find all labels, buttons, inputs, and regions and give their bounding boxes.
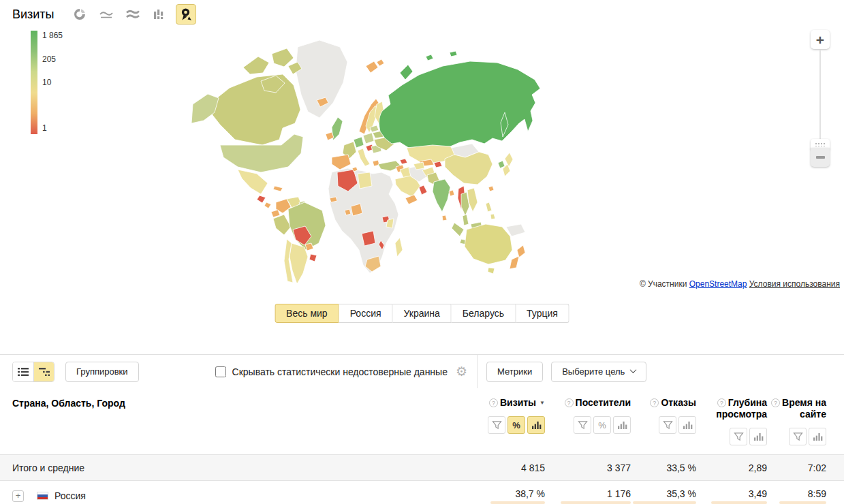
country-india[interactable] [433, 179, 450, 212]
country-philippines-2[interactable] [490, 214, 495, 219]
attribution-text: © Участники [640, 279, 689, 289]
column-header-visitors[interactable]: ?Посетители [545, 397, 631, 409]
country-australia[interactable] [465, 224, 512, 264]
openstreetmap-link[interactable]: OpenStreetMap [689, 279, 747, 289]
country-novaya-zemlya[interactable] [400, 65, 413, 80]
country-caucasus[interactable] [400, 159, 407, 164]
country-canada-isl-2[interactable] [272, 48, 294, 67]
column-header-time[interactable]: ?Время на сайте [767, 397, 826, 420]
hide-unreliable-checkbox[interactable] [215, 366, 226, 377]
zoom-out-button[interactable] [811, 148, 830, 167]
visitors-funnel-filter-button[interactable] [574, 416, 591, 434]
country-franz-josef[interactable] [426, 54, 433, 61]
visitors-percent-toggle-button[interactable]: % [593, 416, 611, 434]
help-icon[interactable]: ? [489, 398, 498, 407]
expand-row-button[interactable]: + [12, 490, 24, 502]
depth-funnel-filter-button[interactable] [730, 428, 747, 445]
help-icon[interactable]: ? [565, 398, 574, 407]
bounce-bars-toggle-button[interactable] [678, 416, 696, 434]
country-arctic-isl[interactable] [450, 51, 457, 57]
country-peru[interactable] [273, 215, 291, 235]
column-header-depth[interactable]: ?Глубина просмотра [696, 397, 767, 420]
help-icon[interactable]: ? [771, 398, 780, 407]
country-oman[interactable] [419, 185, 427, 195]
country-cuba[interactable] [273, 186, 283, 191]
stacked-area-chart-icon[interactable] [123, 4, 143, 25]
pie-chart-icon[interactable] [69, 4, 90, 25]
flat-list-view-button[interactable] [13, 362, 33, 381]
country-svalbard-2[interactable] [377, 59, 384, 66]
country-argentina[interactable] [290, 243, 308, 283]
russia-bounce-value: 35,3 % [666, 488, 696, 499]
country-alaska[interactable] [191, 94, 219, 123]
tab-whole-world[interactable]: Весь мир [275, 304, 339, 323]
country-taiwan[interactable] [488, 186, 494, 191]
chart-header: Визиты [12, 4, 202, 25]
page-title: Визиты [12, 7, 54, 22]
hide-unreliable-label[interactable]: Скрывать статистически недостоверные дан… [232, 366, 448, 377]
visits-funnel-filter-button[interactable] [488, 416, 505, 434]
world-map[interactable] [181, 31, 562, 283]
country-bangladesh[interactable] [449, 190, 454, 196]
country-poland[interactable] [363, 133, 374, 144]
tab-turkey[interactable]: Турция [516, 304, 569, 323]
country-madagascar[interactable] [395, 238, 403, 257]
time-bars-toggle-button[interactable] [809, 428, 826, 445]
country-svalbard-1[interactable] [366, 61, 378, 73]
country-canada[interactable] [209, 74, 300, 145]
map-chart-icon[interactable] [176, 4, 196, 25]
country-malaysia[interactable] [463, 215, 469, 225]
zoom-slider-track[interactable] [819, 50, 821, 140]
country-srilanka[interactable] [442, 215, 447, 221]
country-philippines-1[interactable] [486, 202, 492, 212]
country-mexico[interactable] [238, 170, 268, 194]
visits-percent-toggle-button[interactable]: % [507, 416, 525, 434]
country-yemen[interactable] [405, 195, 418, 204]
sort-desc-icon: ▼ [540, 400, 545, 406]
metrics-button[interactable]: Метрики [486, 362, 543, 382]
zoom-in-button[interactable]: + [811, 30, 830, 49]
country-name-link[interactable]: Россия [54, 490, 86, 501]
choose-goal-button[interactable]: Выберите цель [551, 362, 646, 382]
gear-icon[interactable]: ⚙ [456, 365, 467, 378]
tab-ukraine[interactable]: Украина [393, 304, 452, 323]
legend-label-min: 1 [42, 123, 47, 133]
column-header-bounce[interactable]: ?Отказы [631, 397, 696, 409]
tree-view-button[interactable] [33, 362, 54, 381]
country-korea[interactable] [498, 161, 505, 168]
russia-visitors-value: 1 176 [607, 488, 631, 499]
country-spain[interactable] [332, 155, 351, 170]
country-ghana[interactable] [345, 209, 351, 215]
help-icon[interactable]: ? [717, 398, 726, 407]
country-libya[interactable] [358, 172, 372, 189]
country-nz-south[interactable] [510, 256, 519, 269]
country-uruguay[interactable] [309, 254, 317, 262]
visitors-bars-toggle-button[interactable] [613, 416, 631, 434]
country-sumatra[interactable] [452, 223, 464, 236]
help-icon[interactable]: ? [650, 398, 659, 407]
time-funnel-filter-button[interactable] [789, 428, 807, 445]
groupings-button[interactable]: Группировки [65, 362, 139, 382]
country-canada-isl-1[interactable] [243, 57, 269, 74]
country-tajikistan[interactable] [434, 161, 442, 168]
tab-belarus[interactable]: Беларусь [452, 304, 516, 323]
column-chart-icon[interactable] [149, 4, 170, 25]
terms-of-use-link[interactable]: Условия использования [749, 279, 840, 289]
bounce-funnel-filter-button[interactable] [659, 416, 676, 434]
country-tasmania[interactable] [488, 268, 495, 274]
depth-bars-toggle-button[interactable] [749, 428, 767, 445]
country-brazil[interactable] [288, 202, 326, 250]
tab-russia[interactable]: Россия [339, 304, 393, 323]
country-kenya[interactable] [386, 219, 394, 228]
line-chart-icon[interactable] [96, 4, 116, 25]
table-controls-left: Группировки Скрывать статистически недос… [0, 355, 477, 388]
country-germany[interactable] [354, 137, 364, 148]
country-nz-north[interactable] [517, 245, 525, 257]
country-guatemala[interactable] [257, 195, 266, 203]
column-header-visits[interactable]: ?Визиты▼ [477, 397, 545, 409]
country-angola[interactable] [362, 231, 375, 246]
visits-bars-toggle-button[interactable] [527, 416, 545, 434]
country-costarica[interactable] [264, 202, 271, 208]
country-japan-1[interactable] [505, 153, 513, 167]
country-china[interactable] [445, 152, 493, 185]
